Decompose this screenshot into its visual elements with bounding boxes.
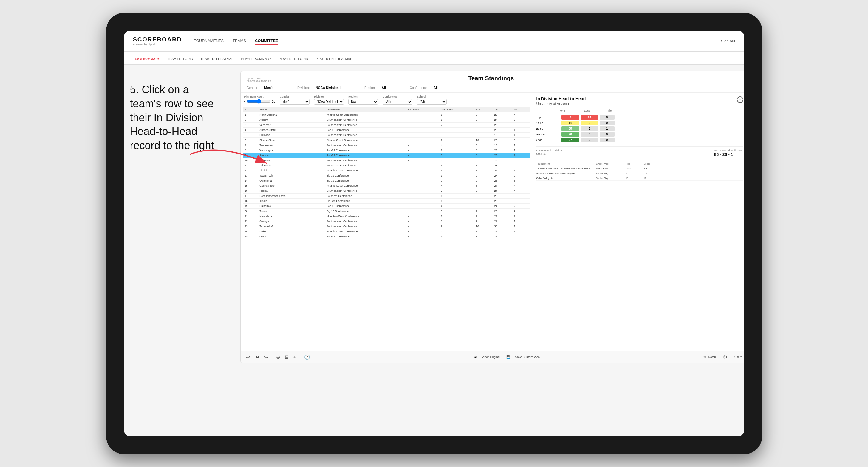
paste-button[interactable]: ⊞ bbox=[284, 353, 289, 361]
cell-tour: 26 bbox=[492, 178, 512, 183]
h2h-row-51-100[interactable]: 51-100 20 3 0 bbox=[536, 131, 743, 137]
table-row[interactable]: 23 Texas A&M Southeastern Conference - 9… bbox=[243, 224, 530, 229]
table-row[interactable]: 9 Arizona Pac-12 Conference - 5 8 23 2 bbox=[243, 153, 530, 158]
table-row[interactable]: 24 Duke Atlantic Coast Conference - 5 9 … bbox=[243, 229, 530, 234]
table-row[interactable]: 11 Arkansas Southeastern Conference - 6 … bbox=[243, 163, 530, 168]
settings-button[interactable]: ⚙ bbox=[722, 353, 728, 361]
table-row[interactable]: 6 Florida State Atlantic Coast Conferenc… bbox=[243, 138, 530, 143]
gender-filter-value: Men's bbox=[264, 86, 273, 90]
conference-filter-group: Conference (All) bbox=[382, 95, 412, 105]
table-row[interactable]: 4 Arizona State Pac-12 Conference - 3 9 … bbox=[243, 128, 530, 133]
h2h-row-11-25[interactable]: 11-25 11 8 0 bbox=[536, 120, 743, 126]
gender-filter-group: Gender Men's bbox=[280, 95, 310, 105]
h2h-row-26-50[interactable]: 26-50 25 2 1 bbox=[536, 126, 743, 131]
table-row[interactable]: 22 Georgia Southeastern Conference - 8 7… bbox=[243, 219, 530, 224]
division-select[interactable]: NCAA Division I bbox=[314, 99, 344, 105]
min-rounds-slider[interactable] bbox=[247, 99, 271, 104]
table-row[interactable]: 3 Vanderbilt Southeastern Conference - 2… bbox=[243, 123, 530, 128]
tourn-score-3: 17 bbox=[644, 177, 662, 180]
subnav-player-h2h-grid[interactable]: PLAYER H2H GRID bbox=[279, 57, 308, 64]
region-filter-label: Region: bbox=[364, 86, 376, 90]
h2h-row-top10[interactable]: Top 10 3 13 0 bbox=[536, 115, 743, 120]
division-filter-group-label: Division bbox=[314, 95, 344, 98]
region-select[interactable]: N/A bbox=[348, 99, 378, 105]
table-row[interactable]: 25 Oregon Pac-12 Conference - 7 7 21 0 bbox=[243, 234, 530, 239]
table-row[interactable]: 12 Virginia Atlantic Coast Conference - … bbox=[243, 168, 530, 173]
cell-conf-rank: 9 bbox=[439, 224, 474, 229]
table-row[interactable]: 10 Alabama Southeastern Conference - 5 8… bbox=[243, 158, 530, 163]
tablet-screen: SCOREBOARD Powered by clippd TOURNAMENTS… bbox=[124, 31, 744, 436]
subnav-team-h2h-grid[interactable]: TEAM H2H GRID bbox=[167, 57, 193, 64]
share-button[interactable]: Share bbox=[735, 355, 742, 359]
copy-button[interactable]: ⊕ bbox=[275, 353, 281, 361]
table-row[interactable]: 21 New Mexico Mountain West Conference -… bbox=[243, 214, 530, 219]
cell-reg-rank: - bbox=[406, 143, 439, 148]
h2h-close-button[interactable]: ✕ bbox=[737, 96, 743, 103]
cell-conf-rank: 2 bbox=[439, 138, 474, 143]
redo-button[interactable]: ↪ bbox=[263, 353, 269, 361]
table-row[interactable]: 1 North Carolina Atlantic Coast Conferen… bbox=[243, 113, 530, 118]
cell-school: Oklahoma bbox=[258, 178, 325, 183]
table-row[interactable]: 20 Texas Big 12 Conference - 3 7 20 7 bbox=[243, 209, 530, 214]
conference-select[interactable]: (All) bbox=[382, 99, 412, 105]
cell-reg-rank: - bbox=[406, 123, 439, 128]
school-select[interactable]: (All) bbox=[417, 99, 447, 105]
table-row[interactable]: 8 Washington Pac-12 Conference - 2 8 23 … bbox=[243, 148, 530, 153]
skip-back-button[interactable]: ⏮ bbox=[254, 354, 260, 361]
tournament-row-1[interactable]: Jackson T. Stephens Cup Men's Match-Play… bbox=[536, 166, 743, 171]
h2h-title: In Division Head-to-Head bbox=[536, 96, 586, 101]
table-row[interactable]: 17 East Tennessee State Southern Confere… bbox=[243, 193, 530, 198]
cell-win: 3 bbox=[512, 178, 530, 183]
cell-conf-rank: 5 bbox=[439, 229, 474, 234]
table-row[interactable]: 16 Florida Southeastern Conference - 7 9… bbox=[243, 188, 530, 193]
subnav-team-h2h-heatmap[interactable]: TEAM H2H HEATMAP bbox=[200, 57, 234, 64]
nav-committee[interactable]: COMMITTEE bbox=[255, 37, 278, 45]
cell-reg-rank: - bbox=[406, 188, 439, 193]
watch-button[interactable]: 👁 Watch bbox=[704, 355, 716, 359]
h2h-row-over100[interactable]: >100 27 0 0 bbox=[536, 137, 743, 143]
h2h-col-win: Win bbox=[560, 109, 584, 112]
col-rank: # bbox=[243, 107, 258, 113]
gender-select[interactable]: Men's bbox=[280, 99, 310, 105]
cell-school: Vanderbilt bbox=[258, 123, 325, 128]
view-original-label[interactable]: View: Original bbox=[482, 355, 500, 359]
cell-conf-rank: 2 bbox=[439, 178, 474, 183]
save-custom-label[interactable]: Save Custom View bbox=[515, 355, 540, 359]
sub-nav: TEAM SUMMARY TEAM H2H GRID TEAM H2H HEAT… bbox=[124, 52, 744, 65]
nav-tournaments[interactable]: TOURNAMENTS bbox=[194, 37, 224, 45]
standings-table: # School Conference Reg Rank Conf Rank R… bbox=[241, 107, 532, 351]
table-row[interactable]: 2 Auburn Southeastern Conference - 1 9 2… bbox=[243, 118, 530, 123]
school-filter-group-label: School bbox=[417, 95, 447, 98]
subnav-player-summary[interactable]: PLAYER SUMMARY bbox=[241, 57, 271, 64]
cell-rds: 8 bbox=[474, 158, 492, 163]
cell-conf-rank: 3 bbox=[439, 133, 474, 138]
add-button[interactable]: + bbox=[292, 354, 297, 361]
cell-reg-rank: - bbox=[406, 128, 439, 133]
table-row[interactable]: 5 Ole Miss Southeastern Conference - 3 6… bbox=[243, 133, 530, 138]
cell-win: 4 bbox=[512, 183, 530, 188]
sign-out-link[interactable]: Sign out bbox=[721, 39, 735, 43]
undo-button[interactable]: ↩ bbox=[245, 353, 251, 361]
tourn-name-1: Jackson T. Stephens Cup Men's Match-Play… bbox=[536, 167, 596, 170]
subnav-team-summary[interactable]: TEAM SUMMARY bbox=[133, 57, 160, 64]
nav-teams[interactable]: TEAMS bbox=[232, 37, 246, 45]
col-rds: Rds bbox=[474, 107, 492, 113]
table-row[interactable]: 15 Georgia Tech Atlantic Coast Conferenc… bbox=[243, 183, 530, 188]
table-row[interactable]: 14 Oklahoma Big 12 Conference - 2 9 26 3 bbox=[243, 178, 530, 183]
clock-button[interactable]: 🕐 bbox=[303, 353, 311, 361]
table-row[interactable]: 18 Illinois Big Ten Conference - 1 9 23 … bbox=[243, 198, 530, 204]
cell-school: New Mexico bbox=[258, 214, 325, 219]
cell-rds: 7 bbox=[474, 234, 492, 239]
update-date: 27/03/2024 16:56:26 bbox=[247, 80, 271, 83]
table-row[interactable]: 7 Tennessee Southeastern Conference - 4 … bbox=[243, 143, 530, 148]
update-time-area: Update time: 27/03/2024 16:56:26 bbox=[247, 76, 271, 83]
eye-icon: 👁 bbox=[474, 355, 477, 359]
panel-filters: Gender: Men's Division: NCAA Division I … bbox=[247, 84, 741, 91]
cell-conference: Southeastern Conference bbox=[325, 158, 406, 163]
tournament-row-2[interactable]: Arizona Thunderbirds Intercollegiate Str… bbox=[536, 171, 743, 176]
subnav-player-h2h-heatmap[interactable]: PLAYER H2H HEATMAP bbox=[315, 57, 352, 64]
tournament-row-3[interactable]: Cabo Collegiate Stroke Play 11 17 bbox=[536, 176, 743, 181]
table-row[interactable]: 13 Texas Tech Big 12 Conference - 1 9 27… bbox=[243, 173, 530, 178]
table-row[interactable]: 19 California Pac-12 Conference - 4 8 24… bbox=[243, 204, 530, 209]
cell-conf-rank: 6 bbox=[439, 163, 474, 168]
